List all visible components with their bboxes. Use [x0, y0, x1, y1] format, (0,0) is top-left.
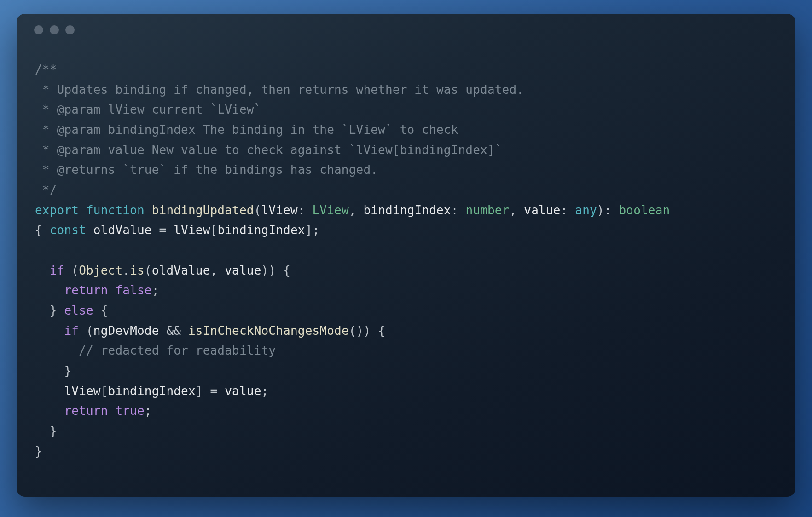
- punct: (: [254, 203, 261, 217]
- method: is: [130, 264, 145, 277]
- kw-export: export: [35, 203, 79, 217]
- traffic-light-minimize-icon[interactable]: [50, 25, 59, 34]
- param: lView: [261, 203, 297, 217]
- jsdoc-line: /**: [35, 63, 57, 76]
- punct: {: [101, 304, 108, 317]
- punct: ;: [313, 223, 320, 237]
- punct: :: [604, 203, 612, 217]
- punct: {: [378, 324, 385, 338]
- punct: [: [101, 384, 108, 398]
- kw-return: return: [64, 404, 108, 418]
- var: lView: [64, 384, 100, 398]
- punct: ,: [349, 203, 356, 217]
- punct: {: [283, 264, 290, 277]
- kw-return: return: [64, 283, 108, 297]
- punct: ,: [210, 264, 218, 277]
- punct: .: [122, 264, 130, 277]
- punct: ]: [305, 223, 313, 237]
- code-block: /** * Updates binding if changed, then r…: [17, 58, 795, 480]
- punct: ): [597, 203, 604, 217]
- punct: }: [50, 304, 57, 317]
- var: bindingIndex: [108, 384, 196, 398]
- punct: :: [298, 203, 305, 217]
- traffic-light-zoom-icon[interactable]: [65, 25, 75, 34]
- punct: [: [210, 223, 218, 237]
- punct: ,: [510, 203, 517, 217]
- jsdoc-line: * @param value New value to check agains…: [35, 143, 502, 157]
- punct: (: [86, 324, 93, 338]
- window-titlebar: [17, 14, 795, 46]
- jsdoc-line: * Updates binding if changed, then retur…: [35, 83, 524, 97]
- punct: (: [145, 264, 152, 277]
- traffic-light-close-icon[interactable]: [34, 25, 43, 34]
- var: bindingIndex: [217, 223, 305, 237]
- line-comment: // redacted for readability: [79, 344, 276, 357]
- kw-if: if: [50, 264, 64, 277]
- jsdoc-line: */: [35, 183, 57, 197]
- type: number: [465, 203, 509, 217]
- punct: :: [561, 203, 568, 217]
- code-window: /** * Updates binding if changed, then r…: [17, 14, 795, 497]
- punct: ): [261, 264, 269, 277]
- op-and: &&: [166, 324, 181, 338]
- fn-call: isInCheckNoChangesMode: [188, 324, 349, 338]
- punct: (: [71, 264, 79, 277]
- lit-false: false: [115, 283, 151, 297]
- punct: ;: [152, 283, 159, 297]
- var: value: [225, 264, 261, 277]
- kw-if: if: [64, 324, 79, 338]
- var: oldValue: [93, 223, 152, 237]
- punct: =: [159, 223, 167, 237]
- jsdoc-line: * @param lView current `LView`: [35, 103, 261, 116]
- param: value: [524, 203, 560, 217]
- kw-function: function: [86, 203, 145, 217]
- fn-name: bindingUpdated: [152, 203, 254, 217]
- punct: ): [268, 264, 276, 277]
- return-type: boolean: [619, 203, 670, 217]
- punct: ): [363, 324, 371, 338]
- punct: {: [35, 223, 42, 237]
- punct: }: [35, 444, 42, 458]
- jsdoc-line: * @param bindingIndex The binding in the…: [35, 123, 458, 137]
- var: lView: [174, 223, 210, 237]
- punct: =: [210, 384, 218, 398]
- kw-const: const: [50, 223, 86, 237]
- punct: :: [451, 203, 458, 217]
- punct: ]: [196, 384, 203, 398]
- punct: }: [50, 424, 57, 438]
- var: value: [225, 384, 261, 398]
- punct: ;: [261, 384, 269, 398]
- var: ngDevMode: [93, 324, 159, 338]
- punct: (: [349, 324, 356, 338]
- obj: Object: [79, 264, 122, 277]
- var: oldValue: [152, 264, 210, 277]
- param: bindingIndex: [363, 203, 451, 217]
- kw-else: else: [64, 304, 93, 317]
- type-any: any: [575, 203, 597, 217]
- jsdoc-line: * @returns `true` if the bindings has ch…: [35, 163, 378, 177]
- lit-true: true: [115, 404, 144, 418]
- type: LView: [312, 203, 348, 217]
- punct: ;: [145, 404, 152, 418]
- punct: ): [356, 324, 364, 338]
- punct: }: [64, 364, 71, 378]
